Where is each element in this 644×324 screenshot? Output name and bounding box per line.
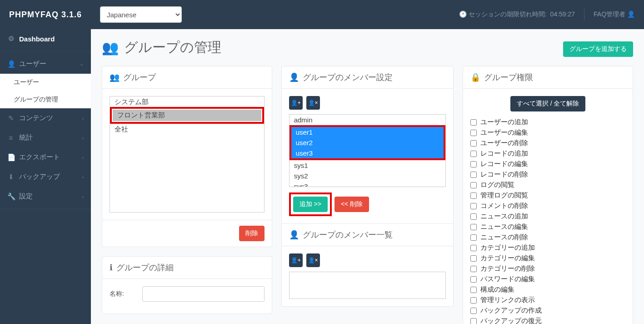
permission-checkbox[interactable] — [470, 203, 477, 209]
permission-checkbox[interactable] — [470, 192, 477, 199]
permission-checkbox[interactable] — [470, 213, 477, 220]
users-icon: 👥 — [102, 40, 119, 56]
subnav-user[interactable]: ユーザー — [0, 74, 91, 91]
permission-checkbox[interactable] — [470, 151, 477, 157]
permission-checkbox[interactable] — [470, 172, 477, 178]
permissions-list: ユーザーの追加ユーザーの編集ユーザーの削除レコードの追加レコードの編集レコードの… — [470, 117, 625, 324]
user-icon: 👤 — [7, 60, 15, 68]
permission-checkbox[interactable] — [470, 245, 477, 251]
permission-label: コメントの削除 — [480, 202, 528, 210]
sidebar: ⚙ Dashboard 👤 ユーザー ⌄ ユーザー グループの管理 ✎ コンテン… — [0, 29, 91, 324]
permission-checkbox[interactable] — [470, 119, 477, 126]
permission-item: ニュースの編集 — [470, 222, 625, 232]
select-all-button[interactable]: すべて選択 / 全て解除 — [510, 96, 586, 111]
add-user-icon-button[interactable]: 👤+ — [289, 96, 303, 110]
permission-item: カテゴリーの追加 — [470, 243, 625, 253]
user-option-selected[interactable]: user2 — [291, 137, 444, 148]
main-content: 👥 グループの管理 グループを追加する 👥 グループ システム部 — [91, 29, 644, 324]
permission-label: レコードの編集 — [480, 160, 528, 168]
nav-user[interactable]: 👤 ユーザー ⌄ — [0, 54, 91, 74]
group-option[interactable]: システム部 — [110, 96, 264, 108]
nav-content[interactable]: ✎ コンテンツ › — [0, 108, 91, 128]
permission-checkbox[interactable] — [470, 140, 477, 147]
chevron-down-icon: ⌄ — [80, 61, 84, 67]
name-label: 名称: — [110, 290, 137, 298]
remove-user-icon-button[interactable]: 👤× — [306, 96, 320, 110]
user-option[interactable]: sys2 — [290, 171, 446, 181]
permission-checkbox[interactable] — [470, 234, 477, 241]
user-option-selected[interactable]: user1 — [291, 127, 444, 137]
nav-export[interactable]: 📄 エクスポート › — [0, 147, 91, 167]
separator — [0, 51, 91, 51]
permission-item: 管理リンクの表示 — [470, 295, 625, 305]
session-timeout: 🕐 セッションの期限切れ時間: 04:59:27 — [459, 10, 575, 19]
permission-item: レコードの削除 — [470, 169, 625, 180]
members-settings-card: 👤 グループのメンバー設定 👤+ 👤× admin user1 use — [281, 66, 454, 307]
permission-item: レコードの編集 — [470, 159, 625, 169]
permission-label: カテゴリーの追加 — [480, 243, 535, 252]
add-member-button[interactable]: 追加 >> — [293, 197, 328, 212]
edit-icon: ✎ — [7, 114, 15, 122]
permission-item: パスワードの編集 — [470, 274, 625, 284]
language-select[interactable]: Japanese — [100, 6, 182, 23]
group-name-input[interactable] — [142, 286, 265, 302]
remove-member-button[interactable]: << 削除 — [334, 197, 369, 212]
divider — [584, 9, 584, 20]
permission-checkbox[interactable] — [470, 130, 477, 136]
download-icon: ⬇ — [7, 173, 15, 181]
nav-stats[interactable]: ≡ 統計 › — [0, 128, 91, 147]
info-icon: ℹ — [110, 263, 113, 273]
permission-checkbox[interactable] — [470, 276, 477, 283]
permission-label: 構成の編集 — [480, 285, 514, 294]
nav-backup[interactable]: ⬇ バックアップ › — [0, 167, 91, 187]
permission-item: ユーザーの追加 — [470, 117, 625, 127]
permission-item: カテゴリーの削除 — [470, 263, 625, 274]
permission-label: カテゴリーの編集 — [480, 254, 535, 263]
group-option[interactable]: 全社 — [110, 124, 264, 135]
permission-checkbox[interactable] — [470, 182, 477, 188]
user-option[interactable]: sys1 — [290, 160, 446, 171]
permission-checkbox[interactable] — [470, 297, 477, 304]
permission-checkbox[interactable] — [470, 318, 477, 324]
permission-checkbox[interactable] — [470, 161, 477, 167]
permission-checkbox[interactable] — [470, 287, 477, 293]
add-group-button[interactable]: グループを追加する — [563, 41, 633, 57]
delete-group-button[interactable]: 削除 — [239, 226, 265, 241]
permission-label: ニュースの編集 — [480, 223, 528, 231]
permission-item: ニュースの追加 — [470, 211, 625, 222]
admin-user[interactable]: FAQ管理者 👤 — [594, 10, 635, 19]
add-member-icon-button[interactable]: 👤+ — [289, 253, 303, 267]
permission-item: ユーザーの削除 — [470, 138, 625, 148]
chevron-right-icon: › — [82, 135, 84, 141]
group-details-card: ℹ グループの詳細 名称: — [102, 256, 272, 314]
group-listbox[interactable]: システム部 フロント営業部 全社 — [110, 96, 265, 213]
user-icon: 👤 — [289, 72, 299, 82]
permission-item: 構成の編集 — [470, 284, 625, 295]
nav-dashboard[interactable]: ⚙ Dashboard — [0, 29, 91, 48]
user-icon: 👤 — [627, 10, 635, 18]
permission-checkbox[interactable] — [470, 308, 477, 314]
permission-item: ニュースの削除 — [470, 232, 625, 243]
user-option[interactable]: admin — [290, 115, 446, 125]
nav-settings[interactable]: 🔧 設定 › — [0, 187, 91, 206]
remove-member-icon-button[interactable]: 👤× — [306, 253, 320, 267]
chevron-right-icon: › — [82, 155, 84, 160]
permission-label: 管理ログの閲覧 — [480, 191, 528, 200]
user-option-selected[interactable]: user3 — [291, 148, 444, 158]
permission-checkbox[interactable] — [470, 266, 477, 272]
permission-item: バックアップの復元 — [470, 316, 625, 324]
lock-icon: 🔒 — [470, 72, 480, 82]
chevron-right-icon: › — [82, 174, 84, 180]
user-plus-icon: 👤+ — [291, 257, 301, 263]
current-members-listbox[interactable] — [289, 272, 446, 299]
available-users-listbox[interactable]: admin user1 user2 user3 sys1 sys2 sys3 — [289, 114, 446, 187]
permission-checkbox[interactable] — [470, 224, 477, 230]
permission-item: ユーザーの編集 — [470, 127, 625, 138]
user-option[interactable]: sys3 — [290, 181, 446, 187]
permission-checkbox[interactable] — [470, 255, 477, 262]
permission-label: カテゴリーの削除 — [480, 264, 535, 273]
subnav-group[interactable]: グループの管理 — [0, 91, 91, 108]
permission-label: ログの閲覧 — [480, 181, 514, 189]
separator — [0, 209, 91, 209]
group-option-selected[interactable]: フロント営業部 — [113, 110, 261, 121]
